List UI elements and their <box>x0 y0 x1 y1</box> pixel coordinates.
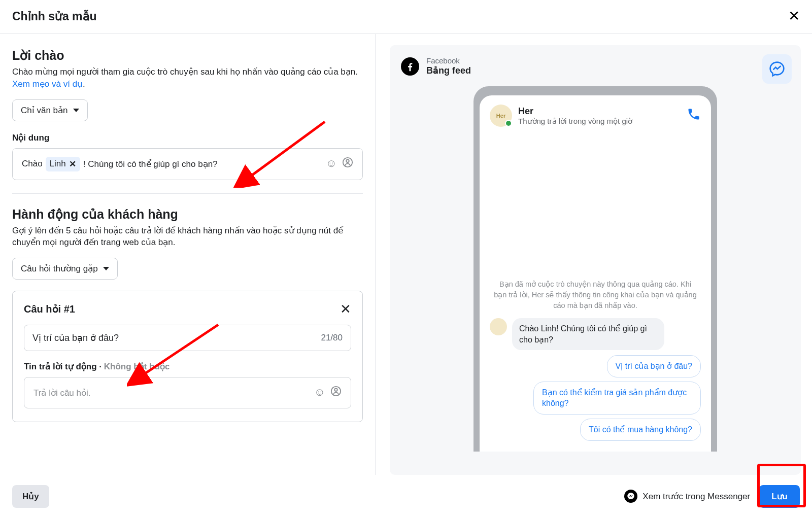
auto-reply-label-text: Tin trả lời tự động <box>24 362 97 371</box>
greeting-format-value: Chỉ văn bản <box>21 105 68 116</box>
greeting-format-select[interactable]: Chỉ văn bản <box>12 99 88 121</box>
quick-reply-chip[interactable]: Tôi có thể mua hàng không? <box>580 419 701 441</box>
question-title: Câu hỏi #1 <box>24 303 75 315</box>
person-token-icon[interactable] <box>342 157 353 171</box>
quick-replies: Vị trí của bạn ở đâu? Bạn có thể kiểm tr… <box>490 355 701 440</box>
preview-in-messenger-button[interactable]: Xem trước trong Messenger <box>624 490 750 503</box>
greeting-text-post: ! Chúng tôi có thể giúp gì cho bạn? <box>83 159 218 169</box>
greeting-description: Chào mừng mọi người tham gia cuộc trò ch… <box>12 66 363 90</box>
chat-header-lines: Her Thường trả lời trong vòng một giờ <box>518 106 632 126</box>
chat-body: Bạn đã mở cuộc trò chuyện này thông qua … <box>490 127 701 452</box>
greeting-desc-text: Chào mừng mọi người tham gia cuộc trò ch… <box>12 67 358 77</box>
cancel-button[interactable]: Hủy <box>12 485 49 508</box>
svg-point-3 <box>334 389 337 392</box>
greeting-content-input[interactable]: Chào Linh ✕ ! Chúng tôi có thể giúp gì c… <box>12 148 363 180</box>
actions-type-select[interactable]: Câu hỏi thường gặp <box>12 258 118 280</box>
message-avatar <box>490 318 507 335</box>
preview-panel: Facebook Bảng feed Her Her Thường trả lờ… <box>390 45 801 475</box>
modal-header: Chỉnh sửa mẫu ✕ <box>0 0 812 34</box>
chevron-down-icon <box>103 267 109 270</box>
greeting-heading: Lời chào <box>12 48 363 63</box>
preview-platform: Facebook <box>426 56 471 65</box>
page-name: Her <box>518 106 632 117</box>
answer-tool-icons: ☺ <box>314 386 342 400</box>
question-char-counter: 21/80 <box>321 333 343 343</box>
person-token-icon[interactable] <box>330 386 342 400</box>
auto-reply-label: Tin trả lời tự động · Không bắt buộc <box>24 361 351 372</box>
preview-surface-lines: Facebook Bảng feed <box>426 56 471 76</box>
greeting-text-inline: Chào Linh ✕ ! Chúng tôi có thể giúp gì c… <box>22 157 218 171</box>
auto-reply-input[interactable]: Trả lời câu hỏi. ☺ <box>24 377 351 408</box>
content-row: Lời chào Chào mừng mọi người tham gia cu… <box>0 34 812 475</box>
question-input-value: Vị trí của bạn ở đâu? <box>32 332 119 343</box>
preview-in-messenger-label: Xem trước trong Messenger <box>642 491 750 502</box>
phone-mockup: Her Her Thường trả lời trong vòng một gi… <box>473 86 717 452</box>
greeting-text-pre: Chào <box>22 159 43 169</box>
tips-link[interactable]: Xem mẹo và ví dụ <box>12 79 83 89</box>
content-label: Nội dung <box>12 132 363 143</box>
optional-tag: Không bắt buộc <box>104 362 170 371</box>
quick-reply-chip[interactable]: Vị trí của bạn ở đâu? <box>607 355 701 377</box>
personalization-chip[interactable]: Linh ✕ <box>46 157 80 171</box>
facebook-logo-icon <box>401 57 419 76</box>
chat-disclaimer: Bạn đã mở cuộc trò chuyện này thông qua … <box>490 279 701 318</box>
auto-reply-placeholder: Trả lời câu hỏi. <box>33 388 91 398</box>
call-icon[interactable] <box>687 107 701 125</box>
section-divider <box>12 193 363 194</box>
close-icon[interactable]: ✕ <box>788 9 800 23</box>
messenger-icon <box>624 490 637 503</box>
emoji-icon[interactable]: ☺ <box>314 386 325 400</box>
chip-label: Linh <box>50 159 66 169</box>
save-button[interactable]: Lưu <box>759 485 800 508</box>
chat-header: Her Her Thường trả lời trong vòng một gi… <box>490 105 701 127</box>
footer-right: Xem trước trong Messenger Lưu <box>624 485 800 508</box>
online-dot-icon <box>505 120 512 127</box>
editor-tool-icons: ☺ <box>326 157 353 171</box>
chevron-down-icon <box>73 109 79 112</box>
modal-footer: Hủy Xem trước trong Messenger Lưu <box>0 475 812 517</box>
incoming-bubble: Chào Linh! Chúng tôi có thể giúp gì cho … <box>512 318 664 350</box>
emoji-icon[interactable]: ☺ <box>326 157 337 171</box>
question-header: Câu hỏi #1 ✕ <box>24 302 351 316</box>
quick-reply-chip[interactable]: Bạn có thể kiểm tra giá sản phẩm được kh… <box>533 382 701 415</box>
question-card-1: Câu hỏi #1 ✕ Vị trí của bạn ở đâu? 21/80… <box>12 291 363 422</box>
customer-actions-desc: Gợi ý lên đến 5 câu hỏi hoặc câu trả lời… <box>12 225 363 249</box>
customer-actions-heading: Hành động của khách hàng <box>12 207 363 222</box>
question-input[interactable]: Vị trí của bạn ở đâu? 21/80 <box>24 325 351 351</box>
chip-remove-icon[interactable]: ✕ <box>69 159 76 169</box>
actions-type-value: Câu hỏi thường gặp <box>21 263 98 274</box>
response-time: Thường trả lời trong vòng một giờ <box>518 117 632 126</box>
preview-header: Facebook Bảng feed <box>401 56 790 76</box>
incoming-message-row: Chào Linh! Chúng tôi có thể giúp gì cho … <box>490 318 701 350</box>
modal-title: Chỉnh sửa mẫu <box>12 10 97 23</box>
question-remove-icon[interactable]: ✕ <box>340 302 351 316</box>
page-avatar: Her <box>490 105 512 127</box>
left-editor-panel: Lời chào Chào mừng mọi người tham gia cu… <box>0 34 376 475</box>
messenger-badge-icon[interactable] <box>762 54 792 84</box>
preview-surface: Bảng feed <box>426 65 471 76</box>
svg-point-1 <box>346 160 349 163</box>
phone-screen: Her Her Thường trả lời trong vòng một gi… <box>480 95 711 452</box>
